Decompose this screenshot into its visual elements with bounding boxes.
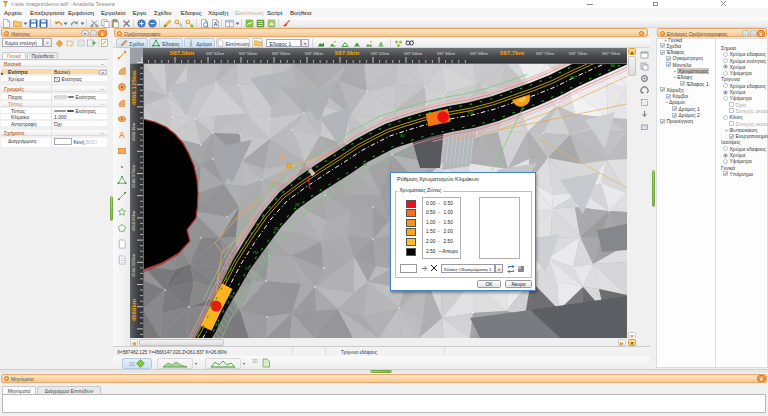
svg-text:587 56km: 587 56km	[272, 50, 291, 55]
svg-text:587 72km: 587 72km	[536, 50, 555, 55]
svg-text:587.7km: 587.7km	[500, 49, 525, 56]
svg-text:Λ4: Λ4	[468, 110, 474, 115]
svg-text:Π4: Π4	[253, 250, 259, 255]
svg-text:587 66km: 587 66km	[437, 50, 456, 55]
svg-text:4566.05km: 4566.05km	[131, 210, 136, 231]
svg-text:A: A	[213, 21, 217, 27]
svg-text:20: 20	[274, 226, 279, 231]
svg-text:587 62km: 587 62km	[371, 50, 390, 55]
svg-text:587 76km: 587 76km	[602, 50, 621, 55]
svg-text:4566.075km: 4566.075km	[131, 164, 136, 188]
svg-text:26: 26	[229, 294, 234, 299]
svg-text:587 58km: 587 58km	[305, 50, 324, 55]
svg-text:587 74km: 587 74km	[569, 50, 588, 55]
svg-text:4566.025km: 4566.025km	[131, 253, 136, 277]
svg-text:4566.125km: 4566.125km	[130, 69, 137, 104]
svg-text:3Β: 3Β	[610, 63, 615, 68]
svg-text:30: 30	[437, 120, 442, 125]
svg-text:A: A	[119, 130, 125, 140]
svg-text:28: 28	[295, 202, 300, 207]
svg-text:4566km: 4566km	[130, 298, 137, 321]
svg-text:30: 30	[400, 133, 405, 138]
svg-text:587 64km: 587 64km	[404, 50, 423, 55]
svg-text:36: 36	[570, 75, 575, 80]
svg-text:587 68km: 587 68km	[470, 50, 489, 55]
svg-text:44: 44	[215, 322, 220, 327]
svg-text:4566.1km: 4566.1km	[131, 122, 136, 141]
svg-text:587.6km: 587.6km	[335, 49, 360, 56]
svg-text:27: 27	[245, 266, 250, 271]
svg-text:ΤΕ: ΤΕ	[362, 162, 368, 167]
svg-text:587 54km: 587 54km	[239, 50, 258, 55]
svg-text:Η4: Η4	[279, 154, 286, 160]
svg-text:587 52km: 587 52km	[206, 50, 225, 55]
svg-text:587.5km: 587.5km	[170, 49, 195, 56]
